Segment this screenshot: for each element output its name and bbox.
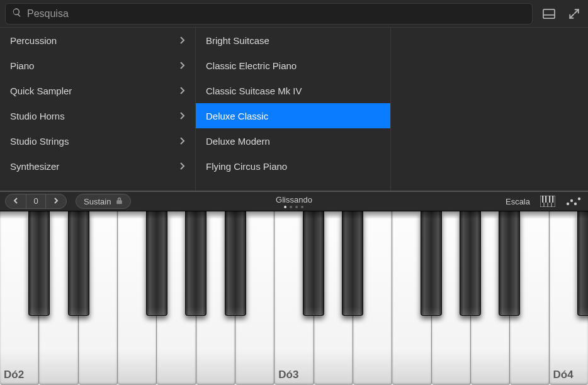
search-field-wrap[interactable] bbox=[5, 3, 533, 25]
svg-point-12 bbox=[574, 203, 577, 205]
detail-column bbox=[390, 28, 585, 191]
svg-point-11 bbox=[570, 199, 573, 202]
piano-keyboard: Dó2Dó3Dó4 bbox=[0, 211, 588, 385]
preset-item[interactable]: Classic Suitcase Mk IV bbox=[196, 78, 390, 103]
play-mode-label: Glissando bbox=[276, 195, 312, 204]
preset-label: Deluxe Modern bbox=[206, 136, 270, 147]
view-mode-button[interactable] bbox=[540, 5, 558, 23]
category-item[interactable]: Percussion bbox=[0, 28, 195, 53]
octave-value: 0 bbox=[26, 194, 46, 208]
preset-column: Bright SuitcaseClassic Electric PianoCla… bbox=[195, 28, 390, 191]
lock-icon bbox=[116, 197, 123, 206]
black-key[interactable] bbox=[499, 211, 520, 316]
black-key[interactable] bbox=[185, 211, 206, 316]
svg-rect-4 bbox=[545, 196, 546, 203]
svg-point-13 bbox=[578, 198, 580, 200]
black-key[interactable] bbox=[577, 211, 588, 316]
keyboard-view-button[interactable] bbox=[539, 194, 557, 209]
preset-item[interactable]: Classic Electric Piano bbox=[196, 53, 390, 78]
category-label: Quick Sampler bbox=[10, 86, 72, 96]
search-icon bbox=[12, 8, 22, 20]
chevron-right-icon bbox=[179, 35, 185, 46]
play-mode-selector[interactable]: Glissando bbox=[276, 195, 312, 208]
category-item[interactable]: Studio Horns bbox=[0, 103, 195, 128]
black-key[interactable] bbox=[146, 211, 167, 316]
preset-item[interactable]: Flying Circus Piano bbox=[196, 153, 390, 179]
category-column: PercussionPianoQuick SamplerStudio Horns… bbox=[0, 28, 195, 191]
key-label: Dó3 bbox=[278, 369, 298, 381]
preset-label: Bright Suitcase bbox=[206, 35, 269, 46]
category-label: Piano bbox=[10, 60, 34, 71]
keyboard-toolbar: 0 Sustain Glissando Escala bbox=[0, 191, 588, 211]
preset-item[interactable]: Bright Suitcase bbox=[196, 28, 390, 53]
arpeggiator-button[interactable] bbox=[565, 194, 583, 209]
category-item[interactable]: Synthesizer bbox=[0, 153, 195, 179]
sound-browser: PercussionPianoQuick SamplerStudio Horns… bbox=[0, 28, 588, 191]
category-label: Synthesizer bbox=[10, 161, 59, 172]
category-item[interactable]: Studio Strings bbox=[0, 128, 195, 153]
key-label: Dó2 bbox=[4, 369, 24, 381]
chevron-right-icon bbox=[179, 60, 185, 71]
preset-label: Flying Circus Piano bbox=[206, 161, 287, 172]
octave-down-button[interactable] bbox=[6, 194, 26, 208]
category-label: Studio Horns bbox=[10, 111, 65, 121]
sustain-toggle[interactable]: Sustain bbox=[76, 194, 131, 209]
black-key[interactable] bbox=[28, 211, 50, 316]
svg-point-10 bbox=[567, 203, 569, 205]
octave-stepper: 0 bbox=[5, 194, 67, 209]
black-key[interactable] bbox=[68, 211, 89, 316]
preset-label: Classic Electric Piano bbox=[206, 60, 297, 71]
black-key[interactable] bbox=[421, 211, 442, 316]
category-label: Studio Strings bbox=[10, 136, 69, 147]
preset-label: Classic Suitcase Mk IV bbox=[206, 86, 302, 96]
chevron-right-icon bbox=[179, 86, 185, 96]
preset-label: Deluxe Classic bbox=[206, 111, 268, 121]
black-key[interactable] bbox=[225, 211, 246, 316]
top-bar bbox=[0, 0, 588, 28]
preset-item[interactable]: Deluxe Classic bbox=[196, 103, 390, 128]
chevron-right-icon bbox=[179, 136, 185, 147]
black-key[interactable] bbox=[460, 211, 481, 316]
sustain-label: Sustain bbox=[84, 197, 111, 206]
page-dots bbox=[276, 206, 312, 208]
category-item[interactable]: Quick Sampler bbox=[0, 78, 195, 103]
search-input[interactable] bbox=[27, 8, 526, 20]
octave-up-button[interactable] bbox=[46, 194, 66, 208]
chevron-right-icon bbox=[179, 111, 185, 121]
svg-rect-5 bbox=[549, 196, 550, 203]
fullscreen-button[interactable] bbox=[565, 5, 583, 23]
chevron-right-icon bbox=[179, 161, 185, 172]
key-label: Dó4 bbox=[553, 369, 574, 381]
svg-rect-0 bbox=[543, 9, 555, 18]
category-label: Percussion bbox=[10, 35, 57, 46]
svg-rect-6 bbox=[552, 196, 553, 203]
category-item[interactable]: Piano bbox=[0, 53, 195, 78]
preset-item[interactable]: Deluxe Modern bbox=[196, 128, 390, 153]
scale-button[interactable]: Escala bbox=[506, 197, 530, 206]
svg-rect-3 bbox=[542, 196, 543, 203]
black-key[interactable] bbox=[303, 211, 324, 316]
black-key[interactable] bbox=[342, 211, 363, 316]
